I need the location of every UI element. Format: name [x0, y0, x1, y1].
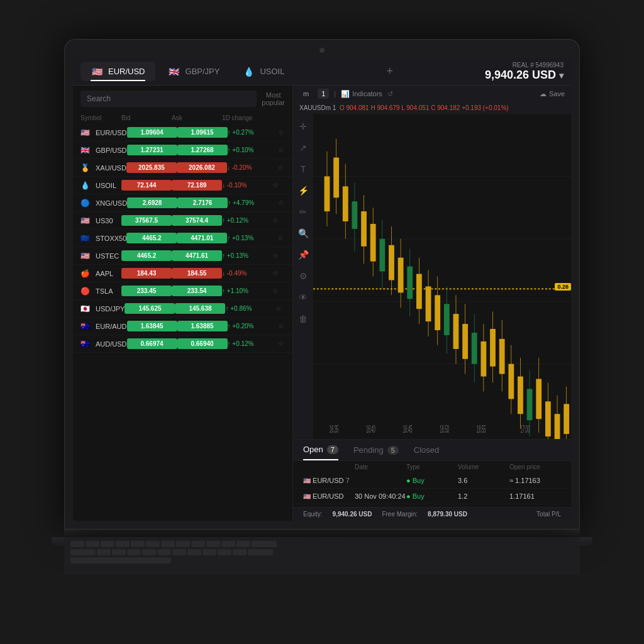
main-content: Most popular Symbol Bid Ask 1D change 🇺🇸…	[73, 86, 571, 521]
svg-rect-28	[426, 286, 431, 321]
tab-eur-usd[interactable]: 🇺🇸 EUR/USD	[80, 62, 155, 81]
cursor-tool[interactable]: ✛	[296, 119, 311, 134]
key[interactable]	[127, 549, 141, 555]
key[interactable]	[112, 549, 126, 555]
key[interactable]	[142, 549, 156, 555]
market-row[interactable]: 🥇 XAU/USD 2025.835 2026.082 ↓ -0.20% ☆	[73, 159, 292, 177]
timeframe-1[interactable]: 1	[318, 89, 329, 99]
indicators-button[interactable]: 📊 Indicators	[341, 90, 382, 98]
tab-usoil[interactable]: 💧 USOIL	[232, 62, 294, 81]
ask-price: 1.27268	[177, 145, 228, 155]
timeframe-m1[interactable]: m	[299, 89, 313, 99]
equity-value: 9,940.26 USD	[333, 511, 372, 518]
key[interactable]	[236, 541, 250, 547]
favorite-star-icon[interactable]: ☆	[278, 340, 291, 348]
trash-tool[interactable]: 🗑	[296, 311, 311, 326]
ask-price: 0.66940	[177, 338, 228, 349]
search-input[interactable]	[80, 91, 257, 107]
col-star	[272, 114, 285, 121]
key[interactable]	[116, 541, 130, 547]
total-pl-label: Total P/L	[536, 511, 561, 518]
key[interactable]	[252, 541, 277, 547]
favorite-star-icon[interactable]: ☆	[278, 322, 291, 330]
tab-gbp-jpy[interactable]: 🇬🇧 GBP/JPY	[158, 62, 230, 81]
symbol-flag: 🇪🇺	[80, 234, 92, 243]
key[interactable]	[203, 549, 216, 555]
key[interactable]	[146, 541, 160, 547]
zoom-tool[interactable]: 🔍	[296, 226, 311, 241]
eye-tool[interactable]: 👁	[296, 290, 311, 305]
market-row[interactable]: 🇺🇸 USTEC 4465.2 4471.61 ↑ +0.13% ☆	[73, 247, 292, 265]
market-row[interactable]: 🇺🇸 US30 37567.5 37574.4 ↑ +0.12% ☆	[73, 212, 292, 230]
market-row[interactable]: 🇺🇸 EUR/USD 1.09604 1.09615 ↑ +0.27% ☆	[73, 124, 292, 142]
key[interactable]	[206, 541, 220, 547]
chart-symbol: XAUUSDm	[299, 104, 331, 111]
key[interactable]	[86, 541, 99, 547]
key[interactable]	[101, 541, 114, 547]
favorite-star-icon[interactable]: ☆	[272, 216, 285, 225]
market-row[interactable]: 🔴 TSLA 233.45 233.54 ↑ +1.10% ☆	[73, 282, 292, 300]
favorite-star-icon[interactable]: ☆	[272, 252, 285, 260]
measure-tool[interactable]: ⚡	[296, 183, 311, 198]
symbol-flag: 🇬🇧	[80, 146, 92, 155]
symbol-flag: 🍎	[80, 269, 92, 278]
svg-rect-56	[555, 414, 560, 439]
tab-closed[interactable]: Closed	[414, 440, 439, 460]
market-row[interactable]: 🇪🇺 STOXX50 4465.2 4471.01 ↑ +0.13% ☆	[73, 230, 292, 247]
line-tool[interactable]: ↗	[296, 140, 311, 155]
text-tool[interactable]: T	[296, 162, 311, 177]
add-tab-button[interactable]: +	[381, 62, 398, 80]
key[interactable]	[172, 549, 186, 555]
draw-tool[interactable]: ✏	[296, 204, 311, 219]
bottom-panel: Open 7 Pending 5 Closed	[293, 439, 571, 521]
favorite-star-icon[interactable]: ☆	[272, 269, 285, 277]
favorite-star-icon[interactable]: ☆	[278, 199, 291, 207]
candlestick-chart-area: 16:35 16:40 16:45 16:50 16:55 17:00 0.26	[313, 114, 571, 439]
market-symbol: 💧 USOIL	[80, 181, 121, 190]
favorite-star-icon[interactable]: ☆	[277, 234, 290, 242]
favorite-star-icon[interactable]: ☆	[277, 164, 290, 172]
favorite-star-icon[interactable]: ☆	[275, 304, 288, 313]
market-row[interactable]: 🔵 XNG/USD 2.6928 2.7176 ↑ +4.79% ☆	[73, 194, 292, 212]
key[interactable]	[97, 549, 111, 555]
market-row[interactable]: 🇦🇺 AUD/USD 0.66974 0.66940 ↑ +0.12% ☆	[73, 335, 292, 353]
market-row[interactable]: 🇬🇧 GBP/USD 1.27231 1.27268 ↑ +0.10% ☆	[73, 142, 292, 159]
key[interactable]	[70, 541, 84, 547]
market-row[interactable]: 🍎 AAPL 184.43 184.55 ↓ -0.49% ☆	[73, 265, 292, 282]
balance-arrow[interactable]: ▾	[559, 70, 564, 80]
market-row[interactable]: 🇦🇺 EUR/AUD 1.63845 1.63885 ↑ +0.20% ☆	[73, 318, 292, 335]
favorite-star-icon[interactable]: ☆	[278, 146, 291, 154]
favorite-star-icon[interactable]: ☆	[278, 128, 291, 136]
key[interactable]	[233, 549, 247, 555]
svg-text:16:45: 16:45	[403, 423, 413, 435]
tab-open[interactable]: Open 7	[303, 440, 338, 460]
key[interactable]	[161, 541, 175, 547]
trade-row-1[interactable]: 🇺🇸 EUR/USD 7 ● Buy 3.6 ≈ 1.17163	[293, 473, 571, 489]
key[interactable]	[248, 549, 273, 555]
key[interactable]	[221, 541, 235, 547]
price-change: ↑ +0.13%	[222, 252, 272, 259]
settings-tool[interactable]: ⚙	[296, 269, 311, 284]
chart-info-bar: XAUUSDm 1 O 904.081 H 904.679 L 904.051 …	[293, 103, 571, 114]
save-button[interactable]: ☁ Save	[540, 90, 565, 98]
market-row[interactable]: 💧 USOIL 72.144 72.189 ↓ -0.10% ☆	[73, 177, 292, 194]
market-row[interactable]: 🇯🇵 USD/JPY 145.625 145.638 ↑ +0.86% ☆	[73, 300, 292, 318]
bid-price: 2025.835	[126, 162, 177, 173]
tab-pending[interactable]: Pending 5	[353, 440, 399, 460]
trade-row-2[interactable]: 🇺🇸 EUR/USD 30 Nov 09:40:24 ● Buy 1.2 1.1…	[293, 489, 571, 504]
spacebar-key[interactable]	[70, 557, 171, 564]
favorite-star-icon[interactable]: ☆	[272, 287, 285, 295]
key[interactable]	[191, 541, 205, 547]
key[interactable]	[70, 549, 96, 555]
key[interactable]	[131, 541, 145, 547]
key[interactable]	[218, 549, 231, 555]
camera	[319, 48, 325, 53]
chart-svg: 16:35 16:40 16:45 16:50 16:55 17:00	[313, 114, 571, 439]
favorite-star-icon[interactable]: ☆	[272, 181, 285, 189]
svg-rect-30	[435, 295, 440, 330]
pin-tool[interactable]: 📌	[296, 247, 311, 262]
key[interactable]	[187, 549, 201, 555]
key[interactable]	[176, 541, 190, 547]
market-symbol: 🇪🇺 STOXX50	[80, 234, 126, 243]
key[interactable]	[157, 549, 171, 555]
